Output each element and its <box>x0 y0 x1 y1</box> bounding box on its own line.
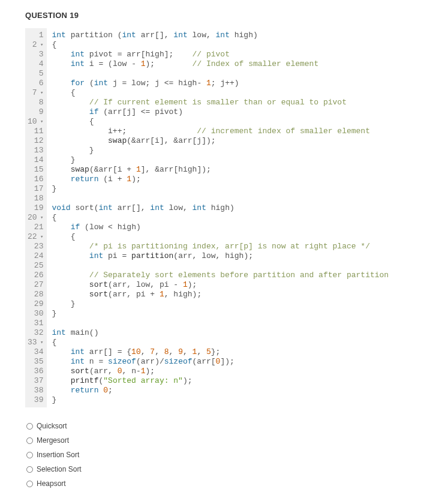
option-label: Insertion Sort <box>37 451 79 459</box>
fold-icon[interactable]: ▾ <box>37 215 44 221</box>
code-line: int i = (low - 1); // Index of smaller e… <box>52 59 389 69</box>
code-line: // If current element is smaller than or… <box>52 98 389 107</box>
code-line: } <box>52 155 389 165</box>
code-line: sort(arr, pi + 1, high); <box>52 290 389 299</box>
fold-icon[interactable]: ▾ <box>37 90 44 96</box>
answer-option[interactable]: Selection Sort <box>26 465 448 473</box>
line-number: 11 <box>28 127 43 136</box>
code-line: swap(&arr[i], &arr[j]); <box>52 136 389 146</box>
line-number: 1 <box>28 31 43 40</box>
answer-options: QuicksortMergesortInsertion SortSelectio… <box>25 422 448 488</box>
option-label: Mergesort <box>37 436 69 445</box>
line-number: 35 <box>28 357 43 367</box>
answer-option[interactable]: Mergesort <box>26 436 448 445</box>
code-line: sort(arr, low, pi - 1); <box>52 280 389 290</box>
line-number: 23 <box>28 242 43 251</box>
line-gutter: 12 ▾34567 ▾8910 ▾11121314151617181920 ▾2… <box>25 28 47 407</box>
line-number: 28 <box>28 290 43 299</box>
code-line: int pivot = arr[high]; // pivot <box>52 50 389 59</box>
line-number: 13 <box>28 146 43 155</box>
answer-option[interactable]: Heapsort <box>26 479 448 488</box>
answer-option[interactable]: Quicksort <box>26 422 448 430</box>
code-line: { <box>52 88 389 98</box>
line-number: 10 ▾ <box>28 117 43 127</box>
code-line <box>52 319 389 328</box>
code-line: { <box>52 117 389 127</box>
code-block: 12 ▾34567 ▾8910 ▾11121314151617181920 ▾2… <box>25 28 448 407</box>
code-line <box>52 261 389 271</box>
code-line: } <box>52 309 389 319</box>
line-number: 17 <box>28 184 43 194</box>
fold-icon[interactable]: ▾ <box>37 119 44 125</box>
code-line: } <box>52 146 389 155</box>
line-number: 20 ▾ <box>28 213 43 223</box>
line-number: 8 <box>28 98 43 107</box>
line-number: 25 <box>28 261 43 271</box>
radio-icon[interactable] <box>26 481 33 487</box>
line-number: 16 <box>28 175 43 184</box>
line-number: 39 <box>28 395 43 405</box>
code-line: // Separately sort elements before parti… <box>52 271 389 280</box>
line-number: 31 <box>28 319 43 328</box>
code-line: swap(&arr[i + 1], &arr[high]); <box>52 165 389 175</box>
line-number: 37 <box>28 376 43 386</box>
code-line: void sort(int arr[], int low, int high) <box>52 203 389 213</box>
code-line: } <box>52 184 389 194</box>
code-line: { <box>52 338 389 347</box>
code-line <box>52 69 389 79</box>
line-number: 30 <box>28 309 43 319</box>
fold-icon[interactable]: ▾ <box>37 234 44 240</box>
line-number: 36 <box>28 367 43 376</box>
line-number: 9 <box>28 107 43 117</box>
line-number: 24 <box>28 251 43 261</box>
line-number: 22 ▾ <box>28 232 43 242</box>
line-number: 21 <box>28 223 43 232</box>
line-number: 5 <box>28 69 43 79</box>
line-number: 34 <box>28 347 43 357</box>
line-number: 14 <box>28 155 43 165</box>
line-number: 6 <box>28 79 43 88</box>
radio-icon[interactable] <box>26 437 33 444</box>
code-line: int partition (int arr[], int low, int h… <box>52 31 389 40</box>
line-number: 38 <box>28 386 43 395</box>
code-line: } <box>52 299 389 309</box>
code-line: i++; // increment index of smaller eleme… <box>52 127 389 136</box>
code-line: printf("Sorted array: n"); <box>52 376 389 386</box>
line-number: 15 <box>28 165 43 175</box>
code-line: for (int j = low; j <= high- 1; j++) <box>52 79 389 88</box>
code-area: int partition (int arr[], int low, int h… <box>47 28 393 407</box>
code-line: { <box>52 213 389 223</box>
line-number: 19 <box>28 203 43 213</box>
code-line: int arr[] = {10, 7, 8, 9, 1, 5}; <box>52 347 389 357</box>
line-number: 29 <box>28 299 43 309</box>
code-line: if (low < high) <box>52 223 389 232</box>
code-line: /* pi is partitioning index, arr[p] is n… <box>52 242 389 251</box>
line-number: 12 <box>28 136 43 146</box>
option-label: Heapsort <box>37 479 66 488</box>
option-label: Quicksort <box>37 422 67 430</box>
line-number: 7 ▾ <box>28 88 43 98</box>
code-line: int pi = partition(arr, low, high); <box>52 251 389 261</box>
code-line: return (i + 1); <box>52 175 389 184</box>
answer-option[interactable]: Insertion Sort <box>26 451 448 459</box>
line-number: 4 <box>28 59 43 69</box>
code-line: { <box>52 232 389 242</box>
fold-icon[interactable]: ▾ <box>37 42 44 48</box>
line-number: 2 ▾ <box>28 40 43 50</box>
code-line: sort(arr, 0, n-1); <box>52 367 389 376</box>
radio-icon[interactable] <box>26 466 33 473</box>
code-line <box>52 194 389 203</box>
question-title: QUESTION 19 <box>25 11 448 20</box>
code-line: int n = sizeof(arr)/sizeof(arr[0]); <box>52 357 389 367</box>
code-line: { <box>52 40 389 50</box>
radio-icon[interactable] <box>26 452 33 458</box>
fold-icon[interactable]: ▾ <box>37 340 44 346</box>
option-label: Selection Sort <box>37 465 82 473</box>
line-number: 26 <box>28 271 43 280</box>
code-line: return 0; <box>52 386 389 395</box>
radio-icon[interactable] <box>26 423 33 430</box>
line-number: 27 <box>28 280 43 290</box>
code-line: if (arr[j] <= pivot) <box>52 107 389 117</box>
line-number: 32 <box>28 328 43 338</box>
code-line: } <box>52 395 389 405</box>
